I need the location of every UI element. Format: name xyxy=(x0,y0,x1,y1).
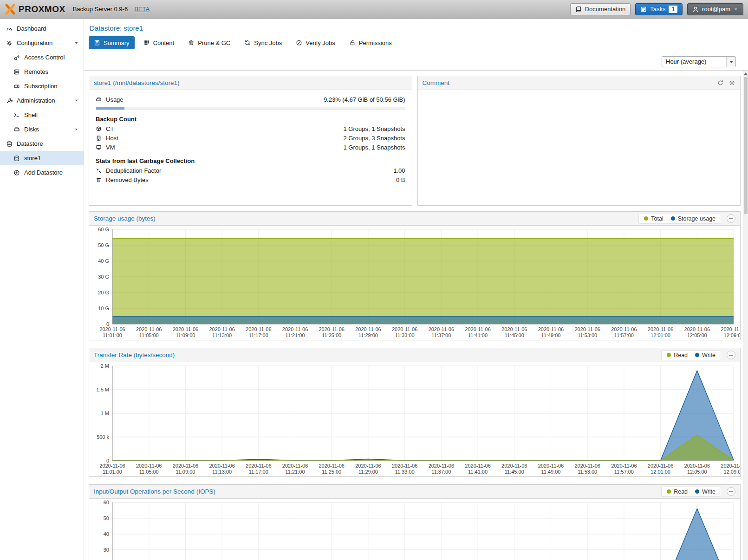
svg-text:2020-11-06: 2020-11-06 xyxy=(246,326,271,332)
usage-progress-bar xyxy=(96,107,405,110)
svg-text:40: 40 xyxy=(104,531,109,537)
vertical-scrollbar[interactable] xyxy=(743,71,748,560)
sidebar-item-access-control[interactable]: Access Control xyxy=(0,50,84,65)
collapse-panel-button[interactable] xyxy=(727,487,735,496)
legend-item-write[interactable]: Write xyxy=(695,488,715,495)
comment-body[interactable] xyxy=(418,90,741,205)
svg-text:2020-11-06: 2020-11-06 xyxy=(684,463,710,469)
svg-text:1 M: 1 M xyxy=(101,410,109,416)
chevron-right-icon[interactable] xyxy=(74,127,79,132)
sidebar-item-configuration[interactable]: Configuration xyxy=(0,36,84,50)
tasks-label: Tasks xyxy=(650,6,665,13)
tab-prune-gc[interactable]: Prune & GC xyxy=(183,36,235,49)
sidebar-item-remotes[interactable]: Remotes xyxy=(0,65,84,79)
storage-usage-panel: Storage usage (bytes) Total Storage usag… xyxy=(89,211,741,340)
ct-label: CT xyxy=(106,125,114,132)
sidebar-item-disks[interactable]: Disks xyxy=(0,122,84,137)
documentation-button[interactable]: Documentation xyxy=(570,3,631,15)
sidebar-item-store1[interactable]: store1 xyxy=(0,151,84,165)
svg-text:12:09:00: 12:09:00 xyxy=(724,332,740,338)
svg-text:2020-11-06: 2020-11-06 xyxy=(99,463,125,469)
combo-trigger-icon[interactable] xyxy=(726,57,735,67)
unlock-icon xyxy=(349,39,356,46)
legend-item-write[interactable]: Write xyxy=(695,352,715,358)
svg-text:2020-11-06: 2020-11-06 xyxy=(392,463,417,469)
check-circle-icon xyxy=(296,39,302,46)
tab-summary[interactable]: Summary xyxy=(89,36,135,49)
legend-item-read[interactable]: Read xyxy=(667,488,688,495)
legend-item-total[interactable]: Total xyxy=(644,215,663,222)
sidebar-item-datastore[interactable]: Datastore xyxy=(0,137,84,151)
sync-icon xyxy=(244,39,251,46)
svg-text:2020-11-06: 2020-11-06 xyxy=(648,463,673,469)
chevron-down-icon[interactable] xyxy=(74,40,79,46)
legend-dot xyxy=(695,353,699,357)
sidebar-item-administration[interactable]: Administration xyxy=(0,93,84,108)
svg-text:2020-11-06: 2020-11-06 xyxy=(721,326,740,332)
plus-circle-icon xyxy=(13,169,20,176)
svg-text:12:05:00: 12:05:00 xyxy=(687,332,707,338)
usage-progress-fill xyxy=(96,107,124,110)
tasks-count-badge: 1 xyxy=(669,6,677,13)
tasks-button[interactable]: Tasks 1 xyxy=(635,3,683,15)
legend-item-storage-usage[interactable]: Storage usage xyxy=(671,215,715,222)
hdd-icon xyxy=(13,126,20,133)
trash-icon xyxy=(96,177,102,183)
tab-label: Content xyxy=(153,39,175,46)
chevron-down-icon[interactable] xyxy=(74,98,79,103)
ct-value: 1 Groups, 1 Snapshots xyxy=(344,125,405,132)
panel-title: Input/Output Operations per Second (IOPS… xyxy=(94,488,215,495)
svg-text:11:17:00: 11:17:00 xyxy=(249,332,268,338)
iops-panel: Input/Output Operations per Second (IOPS… xyxy=(89,484,741,560)
sidebar-item-add-datastore[interactable]: Add Datastore xyxy=(0,165,84,180)
collapse-panel-button[interactable] xyxy=(727,214,735,223)
transfer-rate-chart: 0500 k1 M1.5 M2 M2020-11-0611:01:002020-… xyxy=(89,362,740,476)
legend-item-read[interactable]: Read xyxy=(667,352,688,358)
refresh-icon[interactable] xyxy=(717,79,724,86)
svg-text:11:49:00: 11:49:00 xyxy=(541,332,560,338)
svg-text:11:01:00: 11:01:00 xyxy=(103,469,122,475)
sidebar-item-label: Add Datastore xyxy=(24,169,63,176)
svg-text:11:25:00: 11:25:00 xyxy=(322,469,341,475)
tab-permissions[interactable]: Permissions xyxy=(344,36,397,49)
legend-dot xyxy=(667,489,671,494)
svg-text:11:49:00: 11:49:00 xyxy=(541,469,560,475)
sidebar-item-dashboard[interactable]: Dashboard xyxy=(0,21,84,36)
user-menu-button[interactable]: root@pam xyxy=(687,3,743,15)
removed-bytes-label: Removed Bytes xyxy=(106,176,149,183)
terminal-icon xyxy=(13,112,20,118)
svg-text:11:17:00: 11:17:00 xyxy=(249,469,268,475)
tab-verify-jobs[interactable]: Verify Jobs xyxy=(291,36,340,49)
user-icon xyxy=(692,6,699,13)
beta-link[interactable]: BETA xyxy=(134,6,150,13)
backup-count-heading: Backup Count xyxy=(96,116,405,123)
svg-text:11:05:00: 11:05:00 xyxy=(139,469,159,475)
svg-text:2020-11-06: 2020-11-06 xyxy=(319,463,345,469)
svg-text:12:01:00: 12:01:00 xyxy=(650,469,670,475)
tab-content[interactable]: Content xyxy=(138,36,180,49)
legend-label: Storage usage xyxy=(678,215,715,222)
svg-text:12:05:00: 12:05:00 xyxy=(687,469,707,475)
tab-bar: Summary Content Prune & GC Sync Jobs Ver… xyxy=(84,33,748,53)
sidebar-item-label: Shell xyxy=(24,111,38,118)
svg-text:2020-11-06: 2020-11-06 xyxy=(136,326,162,332)
svg-text:11:41:00: 11:41:00 xyxy=(468,332,488,338)
svg-text:2020-11-06: 2020-11-06 xyxy=(173,326,198,332)
svg-text:11:05:00: 11:05:00 xyxy=(139,332,159,338)
collapse-panel-button[interactable] xyxy=(727,351,735,359)
scrollbar-thumb[interactable] xyxy=(744,77,748,214)
svg-text:2020-11-06: 2020-11-06 xyxy=(99,326,125,332)
tab-sync-jobs[interactable]: Sync Jobs xyxy=(239,36,287,49)
gear-icon xyxy=(6,40,13,46)
sidebar-item-shell[interactable]: Shell xyxy=(0,108,84,122)
svg-text:11:01:00: 11:01:00 xyxy=(103,332,122,338)
gear-icon[interactable] xyxy=(728,79,735,86)
panel-header: Comment xyxy=(418,76,741,90)
panel-title: store1 (/mnt/datastores/store1) xyxy=(94,79,180,86)
sidebar-item-subscription[interactable]: Subscription xyxy=(0,79,84,93)
dedup-value: 1.00 xyxy=(393,167,405,174)
chart-legend: Read Write xyxy=(661,350,721,360)
notes-icon xyxy=(94,39,100,46)
scroll-up-arrow-icon[interactable] xyxy=(743,71,748,77)
timeframe-select[interactable]: Hour (average) xyxy=(662,56,736,67)
